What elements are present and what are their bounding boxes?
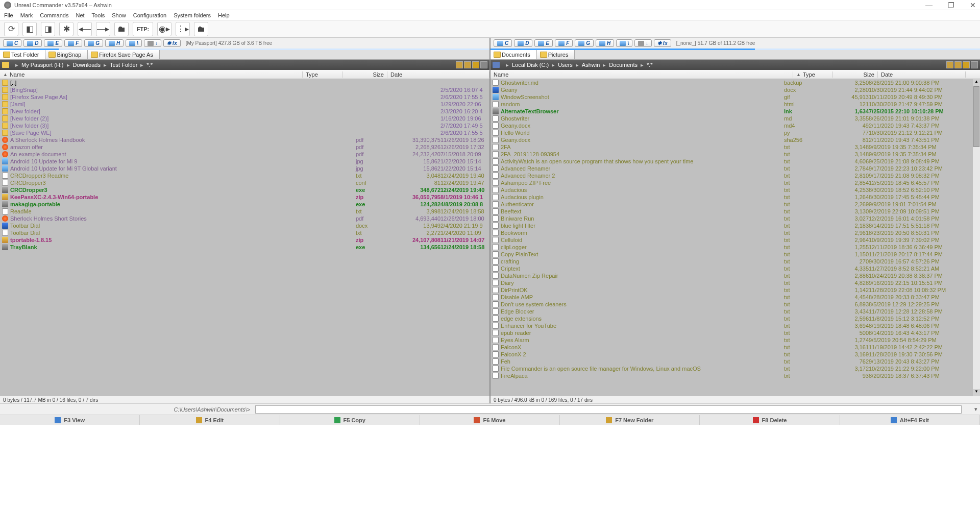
down-button[interactable] [971,61,978,68]
file-row[interactable]: CRCDropper3 Readmetxt3,04812/24/2019 19:… [0,172,489,179]
crumb[interactable]: Test Folder [110,62,137,68]
drive-settings[interactable]: ✱ fx [163,39,181,47]
crumb[interactable]: *.* [146,62,153,68]
file-row[interactable]: Ashampoo ZIP Freetxt2,85412/5/2019 18:45… [491,179,973,186]
file-row[interactable]: Advanced Renamertxt2,7849/17/2019 22:23 … [491,165,973,172]
file-row[interactable]: Audacioustxt4,2538/30/2019 18:52 6:52:10… [491,186,973,194]
file-row[interactable]: AlternateTextBrowserlnk1,6347/25/2015 22… [491,108,973,115]
file-row[interactable]: [New folder]2/3/2020 16:20 4 [0,108,489,115]
drive-c[interactable]: C [494,39,512,47]
file-row[interactable]: Don't use system cleanerstxt6,8938/5/201… [491,301,973,308]
drive-\[interactable]: \ [126,39,142,47]
left-file-list[interactable]: [..][BingSnap]2/5/2020 16:07 4[Firefox S… [0,79,489,396]
file-row[interactable]: Toolbar Dialtxt2,2721/24/2020 11:09 [0,229,489,236]
arrow-left-icon[interactable]: ◂— [78,22,92,36]
menu-mark[interactable]: Mark [20,12,33,18]
fn-exit[interactable]: Alt+F4 Exit [840,415,980,425]
file-row[interactable]: 2FAtxt3,1489/9/2019 19:35 7:35:34 PM [491,143,973,151]
menu-tools[interactable]: Tools [92,12,105,18]
network-icon[interactable]: 🖿 [114,22,129,36]
drive-c[interactable]: C [3,39,21,47]
file-row[interactable]: Disable AMPtxt4,4548/28/2019 20:33 8:33:… [491,294,973,301]
right-path-bar[interactable]: ▸ Local Disk (C:)▸Users▸Ashwin▸Documents… [491,60,980,70]
file-row[interactable]: Toolbar Dialdocx13,9492/4/2020 21:19 9 [0,222,489,229]
arrow-right-icon[interactable]: —▸ [96,22,110,36]
file-row[interactable]: amazon offerpdf2,268,92612/26/2019 17:32 [0,143,489,151]
menu-system-folders[interactable]: System folders [174,12,211,18]
file-row[interactable]: An example documentpdf24,232,4207/15/201… [0,151,489,158]
tab-firefox-save-page-as[interactable]: Firefox Save Page As [88,50,160,59]
file-row[interactable]: ReadMetxt3,99812/24/2019 18:58 [0,208,489,215]
file-row[interactable]: [Firefox Save Page As]2/6/2020 17:55 5 [0,93,489,101]
scroll-down-icon[interactable]: ▼ [973,389,980,396]
file-row[interactable]: File Commander is an open source file ma… [491,365,973,372]
crumb[interactable]: Ashwin [582,62,600,68]
menu-commands[interactable]: Commands [40,12,68,18]
drive-e[interactable]: E [534,39,553,47]
right-file-list[interactable]: Ghostwriter.mdbackup3,2508/26/2019 21:00… [491,79,980,396]
drive-\[interactable]: \ [616,39,632,47]
history-button[interactable] [946,61,953,68]
crumb[interactable]: *.* [647,62,653,68]
close-button[interactable]: ✕ [970,1,976,9]
file-row[interactable]: FalconX 2txt3,16911/28/2019 19:30 7:30:5… [491,351,973,358]
star-button[interactable] [472,61,479,68]
drive-f[interactable]: F [64,39,82,47]
file-row[interactable]: KeePassXC-2.4.3-Win64-portablezip36,050,… [0,194,489,201]
file-row[interactable]: Eyes Alarmtxt1,2749/5/2019 20:54 8:54:29… [491,336,973,344]
file-row[interactable]: [BingSnap]2/5/2020 16:07 4 [0,86,489,93]
file-row[interactable]: Sherlock Holmes Short Storiespdf4,693,44… [0,215,489,222]
tab-test-folder[interactable]: Test Folder [0,50,45,59]
fn-copy[interactable]: F5 Copy [280,415,420,425]
menu-help[interactable]: Help [218,12,230,18]
fn-move[interactable]: F6 Move [420,415,560,425]
crumb[interactable]: Documents [609,62,638,68]
file-row[interactable]: [Jami]1/29/2020 22:06 [0,101,489,108]
fn-edit[interactable]: F4 Edit [140,415,280,425]
file-row[interactable]: tportable-1.8.15zip24,107,80811/21/2019 … [0,236,489,244]
file-row[interactable]: A Sherlock Holmes Handbookpdf31,390,3751… [0,136,489,143]
fn-delete[interactable]: F8 Delete [700,415,840,425]
crumb[interactable]: My Passport (H:) [21,62,64,68]
menu-configuration[interactable]: Configuration [133,12,166,18]
drive-g[interactable]: G [575,39,594,47]
down-button[interactable] [480,61,487,68]
file-row[interactable]: Edge Blockertxt3,43411/7/2019 12:28 12:2… [491,308,973,315]
file-row[interactable]: [..] [0,79,489,86]
col-date[interactable]: Date [387,71,489,78]
go-icon[interactable]: 🖿 [194,22,208,36]
file-row[interactable]: 2FA_20191128-093954txt3,1489/9/2019 19:3… [491,151,973,158]
file-row[interactable]: Bookwormtxt2,9618/23/2019 20:50 8:50:31 … [491,229,973,236]
file-row[interactable]: CRCDropper3conf8112/24/2019 19:47 [0,179,489,186]
file-row[interactable]: Fehtxt7629/13/2019 20:43 8:43:27 PM [491,358,973,365]
file-row[interactable]: Authenticatortxt2,2699/9/2019 19:01 7:01… [491,201,973,208]
panel-right-icon[interactable]: ◨ [41,22,55,36]
file-row[interactable]: TrayBlankexe134,65612/24/2019 18:58 [0,244,489,251]
col-size[interactable]: Size [833,71,878,78]
maximize-button[interactable]: ❐ [948,1,954,9]
file-row[interactable]: FireAlpacatxt938/20/2019 18:37 6:37:43 P… [491,372,973,379]
drive-picker[interactable]: ↓ [144,39,161,47]
star-icon[interactable]: ✱ [59,22,74,36]
command-input[interactable] [255,405,962,414]
file-row[interactable]: WindowScreenshotgif45,91310/11/2019 20:4… [491,93,973,101]
file-row[interactable]: [Save Page WE]2/6/2020 17:55 5 [0,129,489,136]
scroll-thumb[interactable] [973,86,979,147]
file-row[interactable]: [New folder (2)]1/16/2020 19:06 [0,115,489,122]
file-row[interactable]: Geany.docxmd4492/11/2020 19:43 7:43:37 P… [491,122,973,129]
file-row[interactable]: Hello Worldpy7710/30/2019 21:12 9:12:21 … [491,129,973,136]
crumb[interactable]: Downloads [73,62,101,68]
file-row[interactable]: clipLoggertxt1,25512/11/2019 18:36 6:36:… [491,244,973,251]
play-icon[interactable]: ⋮▸ [176,22,190,36]
minimize-button[interactable]: — [925,1,933,9]
file-row[interactable]: Android 10 Update for Mi 9T Global varia… [0,165,489,172]
file-row[interactable]: epub readertxt5008/14/2019 16:43 4:43:17… [491,329,973,336]
drive-e[interactable]: E [44,39,62,47]
ftp-button[interactable]: FTP: [133,22,153,36]
file-row[interactable]: Celluloidtxt2,96410/9/2019 19:39 7:39:02… [491,236,973,244]
drive-picker[interactable]: ↓ [634,39,652,47]
col-size[interactable]: Size [342,71,387,78]
star-button[interactable] [963,61,970,68]
file-row[interactable]: Criptexttxt4,33511/27/2019 8:52 8:52:21 … [491,265,973,272]
crumb[interactable]: Local Disk (C:) [512,62,549,68]
